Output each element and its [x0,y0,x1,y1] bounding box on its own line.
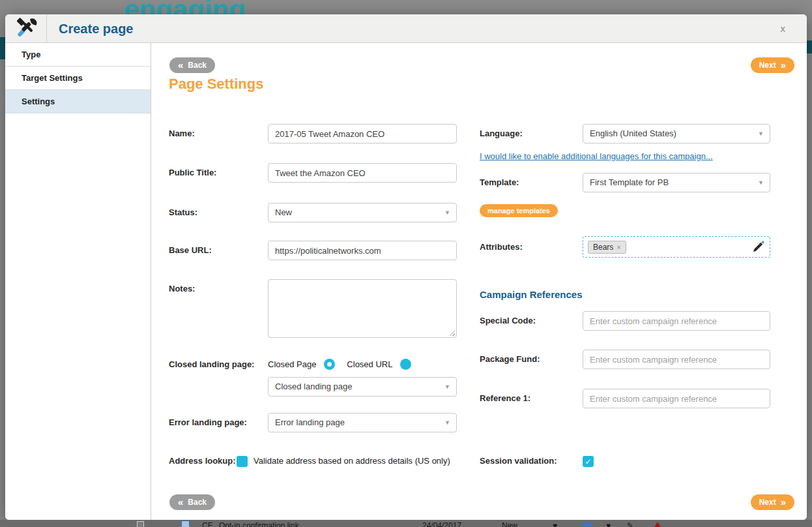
next-button-top[interactable]: Next » [751,57,794,73]
field-row-special-code: Special Code: [152,311,807,331]
status-select[interactable]: New ▼ [268,203,457,222]
field-row-error-landing: Error landing page: Error landing page ▼ [152,413,807,432]
background-table-row: CF Opt-in confirmation link 24/04/2017 N… [0,520,812,527]
field-row-template: Template: First Template for PB ▼ [152,173,807,192]
row-checkbox[interactable] [137,521,144,527]
attributes-label: Attributes: [480,236,523,258]
special-code-input[interactable] [583,311,770,331]
field-row-language: Language: English (United States) ▼ [152,124,807,143]
chevron-down-icon: ▼ [444,203,450,222]
chevron-left-icon: « [178,58,183,72]
package-fund-input[interactable] [583,350,770,369]
warning-icon [652,522,663,527]
chevron-down-icon: ▼ [758,125,764,143]
back-button-bottom[interactable]: « Back [169,494,215,510]
list-icon[interactable] [582,521,592,527]
sidebar-item-target-settings[interactable]: Target Settings [5,67,151,90]
session-validation-checkbox[interactable] [583,456,594,467]
heart-icon[interactable]: ♥ [606,520,611,527]
field-row-reference-1: Reference 1: [152,389,807,408]
attributes-tag-box[interactable]: Bears× [583,236,770,258]
modal-header: Create page x [5,14,807,43]
back-button-top[interactable]: « Back [169,57,215,73]
status-label: Status: [169,203,197,222]
reference-1-input[interactable] [583,389,770,408]
language-select[interactable]: English (United States) ▼ [583,124,770,143]
manage-templates-button[interactable]: manage templates [480,204,558,217]
chevron-down-icon: ▼ [444,414,450,432]
background-navbar-sliver-right [807,40,812,53]
reference-1-label: Reference 1: [480,389,530,408]
additional-languages-link[interactable]: I would like to enable additional langua… [480,151,713,161]
settings-panel: « Back Next » Page Settings Name: Public… [152,43,807,520]
session-validation-label: Session validation: [480,451,557,471]
field-row-session-validation: Session validation: [152,451,807,471]
row-name: Opt-in confirmation link [219,520,299,527]
chevron-down-icon: ▼ [758,173,764,192]
chevron-right-icon: » [781,495,786,509]
chevron-right-icon: » [781,58,786,72]
language-label: Language: [480,124,523,143]
notes-label: Notes: [169,279,195,299]
page-title: Page Settings [169,76,263,93]
error-landing-select[interactable]: Error landing page ▼ [268,413,457,432]
template-select[interactable]: First Template for PB ▼ [583,173,770,192]
row-status: New [502,520,517,527]
wizard-sidebar: Type Target Settings Settings [5,43,151,520]
create-page-modal: Create page x Type Target Settings Setti… [5,14,807,520]
favorite-icon[interactable]: ♥ [553,520,557,527]
page-type-icon [181,520,190,527]
remove-tag-icon[interactable]: × [616,243,620,251]
row-date: 24/04/2017 [422,520,461,527]
sidebar-item-settings[interactable]: Settings [5,90,151,113]
pencil-icon[interactable] [752,241,764,256]
template-label: Template: [480,173,519,192]
sidebar-item-type[interactable]: Type [5,43,151,67]
campaign-references-heading: Campaign References [480,289,583,300]
next-button-bottom[interactable]: Next » [751,494,794,510]
modal-title: Create page [59,14,134,43]
close-icon[interactable]: x [781,14,786,43]
package-fund-label: Package Fund: [480,350,540,369]
error-landing-label: Error landing page: [169,413,247,432]
attribute-tag: Bears× [588,241,626,254]
modal-body: Type Target Settings Settings « Back Nex… [5,43,807,520]
edit-icon[interactable]: ✎ [627,520,633,527]
chevron-left-icon: « [178,495,183,509]
tools-icon [5,14,47,43]
field-row-attributes: Attributes: Bears× [152,236,807,258]
field-row-package-fund: Package Fund: [152,350,807,369]
row-type: CF [202,520,212,527]
background-navbar-sliver-left [0,37,5,59]
special-code-label: Special Code: [480,311,536,331]
